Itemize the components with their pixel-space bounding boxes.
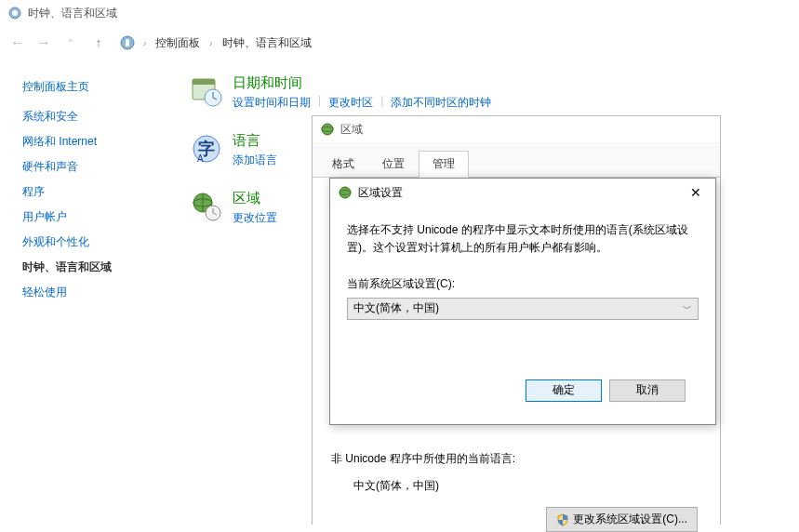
sidebar-item-appearance[interactable]: 外观和个性化 bbox=[15, 230, 182, 255]
window-title: 时钟、语言和区域 bbox=[28, 6, 117, 21]
dialog-description: 选择在不支持 Unicode 的程序中显示文本时所使用的语言(系统区域设置)。这… bbox=[347, 221, 699, 257]
separator: | bbox=[373, 94, 391, 112]
region-window-titlebar: 区域 bbox=[313, 116, 720, 142]
link-change-timezone[interactable]: 更改时区 bbox=[328, 94, 373, 112]
svg-point-1 bbox=[12, 10, 18, 16]
section-title-date-time[interactable]: 日期和时间 bbox=[233, 74, 491, 92]
calendar-clock-icon bbox=[190, 74, 223, 108]
locale-select[interactable]: 中文(简体，中国) ﹀ bbox=[347, 298, 699, 320]
section-title-language[interactable]: 语言 bbox=[233, 132, 277, 150]
tab-location[interactable]: 位置 bbox=[368, 151, 419, 178]
tab-format[interactable]: 格式 bbox=[318, 151, 368, 178]
dialog-titlebar[interactable]: 区域设置 ✕ bbox=[330, 179, 715, 206]
sidebar-item-programs[interactable]: 程序 bbox=[15, 180, 182, 205]
forward-button[interactable]: → bbox=[33, 33, 54, 53]
recent-dropdown-icon[interactable]: ˅ bbox=[60, 33, 80, 53]
svg-text:A: A bbox=[197, 153, 204, 164]
link-add-language[interactable]: 添加语言 bbox=[233, 152, 277, 169]
locale-select-value: 中文(简体，中国) bbox=[353, 299, 439, 317]
svg-point-20 bbox=[340, 187, 351, 198]
dialog-body: 选择在不支持 Unicode 的程序中显示文本时所使用的语言(系统区域设置)。这… bbox=[330, 206, 715, 424]
up-button[interactable]: ↑ bbox=[89, 33, 108, 52]
control-panel-icon bbox=[7, 6, 22, 20]
change-system-locale-label: 更改系统区域设置(C)... bbox=[573, 512, 687, 527]
tab-admin[interactable]: 管理 bbox=[419, 151, 469, 178]
chevron-down-icon: ﹀ bbox=[683, 301, 692, 316]
link-add-clocks[interactable]: 添加不同时区的时钟 bbox=[391, 94, 491, 112]
chevron-right-icon[interactable]: › bbox=[206, 38, 216, 48]
window-titlebar: 时钟、语言和区域 bbox=[0, 0, 799, 26]
cancel-button[interactable]: 取消 bbox=[609, 379, 686, 402]
sidebar: 控制面板主页 系统和安全 网络和 Internet 硬件和声音 程序 用户帐户 … bbox=[15, 67, 182, 305]
dialog-title: 区域设置 bbox=[358, 185, 403, 201]
close-button[interactable]: ✕ bbox=[682, 182, 710, 203]
globe-clock-icon bbox=[190, 190, 223, 223]
svg-rect-3 bbox=[126, 39, 129, 47]
breadcrumb: › 控制面板 › 时钟、语言和区域 bbox=[119, 33, 313, 53]
non-unicode-label: 非 Unicode 程序中所使用的当前语言: bbox=[331, 451, 701, 467]
link-set-date-time[interactable]: 设置时间和日期 bbox=[233, 94, 311, 112]
sidebar-item-ease-of-access[interactable]: 轻松使用 bbox=[15, 280, 182, 305]
region-window-title: 区域 bbox=[340, 122, 363, 138]
link-change-location[interactable]: 更改位置 bbox=[233, 209, 277, 227]
toolbar: ← → ˅ ↑ › 控制面板 › 时钟、语言和区域 bbox=[0, 26, 799, 60]
sidebar-item-system-security[interactable]: 系统和安全 bbox=[15, 104, 182, 129]
sidebar-item-clock-lang-region[interactable]: 时钟、语言和区域 bbox=[15, 255, 182, 280]
back-button[interactable]: ← bbox=[7, 33, 28, 53]
sidebar-item-hardware[interactable]: 硬件和声音 bbox=[15, 154, 182, 180]
ok-button[interactable]: 确定 bbox=[526, 379, 602, 402]
sidebar-item-users[interactable]: 用户帐户 bbox=[15, 205, 182, 230]
shield-icon bbox=[556, 513, 569, 526]
non-unicode-value: 中文(简体，中国) bbox=[331, 472, 701, 507]
section-title-region[interactable]: 区域 bbox=[233, 190, 277, 207]
globe-icon bbox=[320, 122, 335, 137]
language-icon: 字A bbox=[190, 132, 223, 166]
locale-field-label: 当前系统区域设置(C): bbox=[347, 275, 699, 293]
svg-rect-5 bbox=[193, 79, 215, 85]
section-date-time: 日期和时间 设置时间和日期 | 更改时区 | 添加不同时区的时钟 bbox=[190, 74, 784, 112]
region-settings-dialog: 区域设置 ✕ 选择在不支持 Unicode 的程序中显示文本时所使用的语言(系统… bbox=[329, 178, 716, 425]
separator: | bbox=[311, 94, 328, 112]
breadcrumb-control-panel[interactable]: 控制面板 bbox=[153, 33, 202, 53]
change-system-locale-button[interactable]: 更改系统区域设置(C)... bbox=[546, 507, 698, 532]
breadcrumb-clock-lang-region[interactable]: 时钟、语言和区域 bbox=[220, 33, 313, 53]
chevron-right-icon[interactable]: › bbox=[140, 38, 150, 48]
svg-point-18 bbox=[322, 124, 333, 135]
globe-icon bbox=[338, 185, 353, 200]
tabs: 格式 位置 管理 bbox=[313, 142, 720, 178]
sidebar-home[interactable]: 控制面板主页 bbox=[15, 74, 182, 104]
control-panel-icon[interactable] bbox=[119, 34, 136, 51]
sidebar-item-network[interactable]: 网络和 Internet bbox=[15, 129, 182, 154]
